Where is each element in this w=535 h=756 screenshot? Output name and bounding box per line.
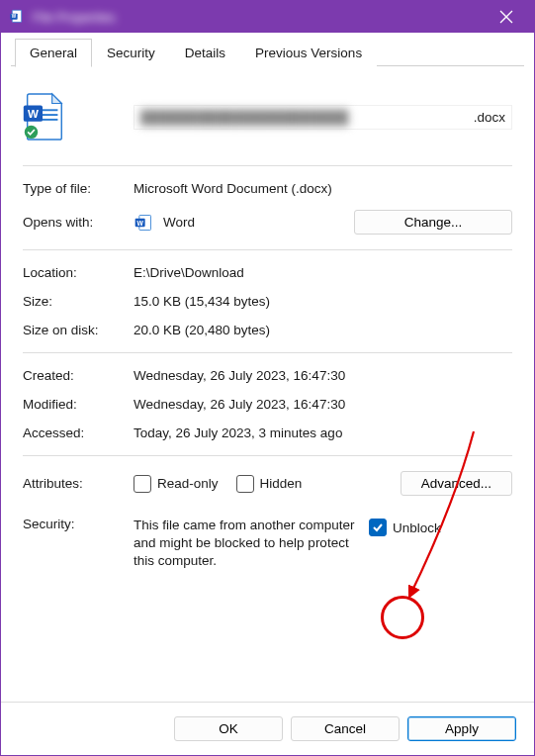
checkbox-icon <box>236 475 254 493</box>
value-modified: Wednesday, 26 July 2023, 16:47:30 <box>134 397 512 412</box>
tabs: General Security Details Previous Versio… <box>1 33 534 66</box>
cancel-button[interactable]: Cancel <box>291 716 400 741</box>
security-text: This file came from another computer and… <box>134 517 361 571</box>
apply-button[interactable]: Apply <box>407 716 516 741</box>
close-icon <box>499 10 513 24</box>
separator <box>23 249 512 250</box>
value-size-on-disk: 20.0 KB (20,480 bytes) <box>134 323 512 337</box>
filename-input[interactable]: ██████████████████████ .docx <box>134 105 512 130</box>
label-attributes: Attributes: <box>23 476 134 491</box>
hidden-label: Hidden <box>260 476 303 491</box>
filename-extension: .docx <box>474 110 505 125</box>
change-button[interactable]: Change... <box>354 210 512 235</box>
hidden-checkbox[interactable]: Hidden <box>236 475 303 493</box>
tab-details[interactable]: Details <box>170 39 240 67</box>
titlebar: W File Properties <box>1 1 534 33</box>
close-button[interactable] <box>485 1 528 33</box>
separator <box>23 455 512 456</box>
ok-button[interactable]: OK <box>174 716 283 741</box>
word-file-icon: W <box>9 9 25 25</box>
tab-security[interactable]: Security <box>92 39 170 67</box>
file-type-icon: W <box>23 92 64 142</box>
advanced-button[interactable]: Advanced... <box>401 471 512 496</box>
value-created: Wednesday, 26 July 2023, 16:47:30 <box>134 368 512 383</box>
separator <box>23 165 512 166</box>
dialog-footer: OK Cancel Apply <box>1 702 534 755</box>
label-type-of-file: Type of file: <box>23 181 134 196</box>
window-title: File Properties <box>33 10 485 25</box>
svg-text:W: W <box>28 108 39 120</box>
label-opens-with: Opens with: <box>23 215 134 230</box>
svg-point-8 <box>25 126 38 139</box>
label-location: Location: <box>23 265 134 280</box>
tab-general[interactable]: General <box>15 39 92 67</box>
label-size-on-disk: Size on disk: <box>23 323 134 337</box>
label-created: Created: <box>23 368 134 383</box>
unblock-label: Unblock <box>393 520 441 535</box>
value-opens-with: Word <box>163 215 195 230</box>
checkbox-icon <box>134 475 151 493</box>
readonly-label: Read-only <box>157 476 219 491</box>
tab-content: W ██████████████████████ .docx Type of f… <box>1 66 534 702</box>
value-size: 15.0 KB (15,434 bytes) <box>134 294 512 309</box>
tab-previous-versions[interactable]: Previous Versions <box>240 39 377 67</box>
separator <box>23 352 512 353</box>
svg-text:W: W <box>12 14 17 19</box>
filename-hidden: ██████████████████████ <box>140 110 474 125</box>
unblock-checkbox[interactable]: Unblock <box>369 519 441 536</box>
value-type-of-file: Microsoft Word Document (.docx) <box>134 181 512 196</box>
value-location: E:\Drive\Download <box>134 265 512 280</box>
svg-text:W: W <box>137 219 144 226</box>
readonly-checkbox[interactable]: Read-only <box>134 475 219 493</box>
label-security: Security: <box>23 517 134 531</box>
value-accessed: Today, 26 July 2023, 3 minutes ago <box>134 425 512 440</box>
label-modified: Modified: <box>23 397 134 412</box>
properties-dialog: W File Properties General Security Detai… <box>0 0 535 756</box>
label-size: Size: <box>23 294 134 309</box>
word-app-icon: W <box>134 213 153 233</box>
label-accessed: Accessed: <box>23 425 134 440</box>
annotation-circle <box>381 596 424 639</box>
checkbox-checked-icon <box>369 519 387 536</box>
